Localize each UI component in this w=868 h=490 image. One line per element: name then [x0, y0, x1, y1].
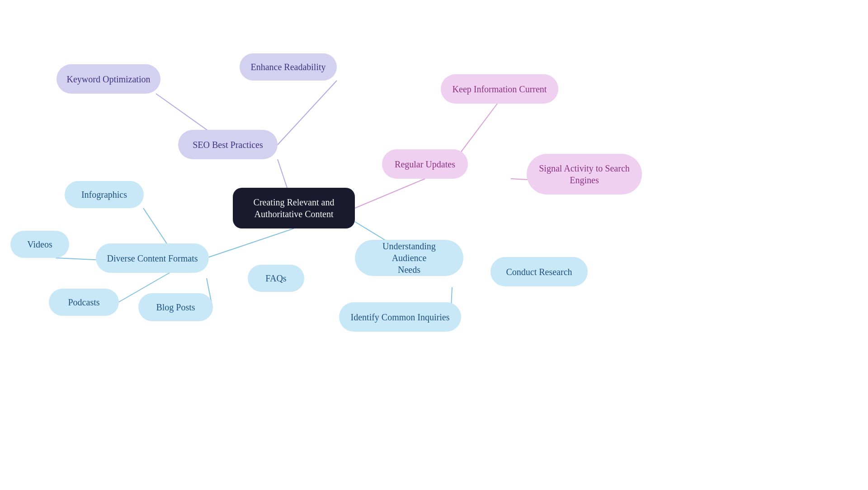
identify-inquiries-label: Identify Common Inquiries	[351, 311, 450, 323]
diverse-formats-label: Diverse Content Formats	[107, 252, 198, 264]
svg-line-3	[355, 179, 425, 208]
keep-information-label: Keep Information Current	[453, 83, 547, 95]
signal-activity-label: Signal Activity to Search Engines	[539, 162, 630, 186]
enhance-readability-label: Enhance Readability	[250, 61, 326, 73]
videos-node[interactable]: Videos	[10, 231, 69, 258]
conduct-research-node[interactable]: Conduct Research	[491, 257, 588, 286]
regular-updates-label: Regular Updates	[395, 158, 455, 170]
audience-needs-node[interactable]: Understanding Audience Needs	[355, 240, 463, 276]
faqs-label: FAQs	[265, 272, 286, 284]
seo-best-practices-label: SEO Best Practices	[193, 139, 263, 151]
blog-posts-node[interactable]: Blog Posts	[138, 293, 213, 321]
regular-updates-node[interactable]: Regular Updates	[382, 149, 468, 179]
signal-activity-node[interactable]: Signal Activity to Search Engines	[527, 154, 642, 195]
faqs-node[interactable]: FAQs	[248, 265, 304, 292]
podcasts-label: Podcasts	[68, 296, 100, 308]
svg-line-2	[278, 81, 337, 145]
svg-line-6	[207, 228, 294, 258]
keyword-optimization-label: Keyword Optimization	[67, 73, 151, 85]
podcasts-node[interactable]: Podcasts	[49, 289, 119, 316]
enhance-readability-node[interactable]: Enhance Readability	[240, 53, 337, 81]
keyword-optimization-node[interactable]: Keyword Optimization	[57, 64, 160, 94]
central-node[interactable]: Creating Relevant and Authoritative Cont…	[233, 188, 355, 228]
seo-best-practices-node[interactable]: SEO Best Practices	[178, 130, 278, 159]
blog-posts-label: Blog Posts	[156, 301, 195, 313]
identify-inquiries-node[interactable]: Identify Common Inquiries	[339, 302, 461, 332]
keep-information-node[interactable]: Keep Information Current	[441, 74, 558, 104]
videos-label: Videos	[27, 238, 52, 250]
infographics-label: Infographics	[81, 189, 127, 200]
conduct-research-label: Conduct Research	[506, 266, 572, 278]
diverse-formats-node[interactable]: Diverse Content Formats	[96, 243, 209, 273]
central-node-label: Creating Relevant and Authoritative Cont…	[254, 196, 335, 220]
infographics-node[interactable]: Infographics	[65, 181, 144, 208]
audience-needs-label: Understanding Audience Needs	[365, 240, 453, 276]
